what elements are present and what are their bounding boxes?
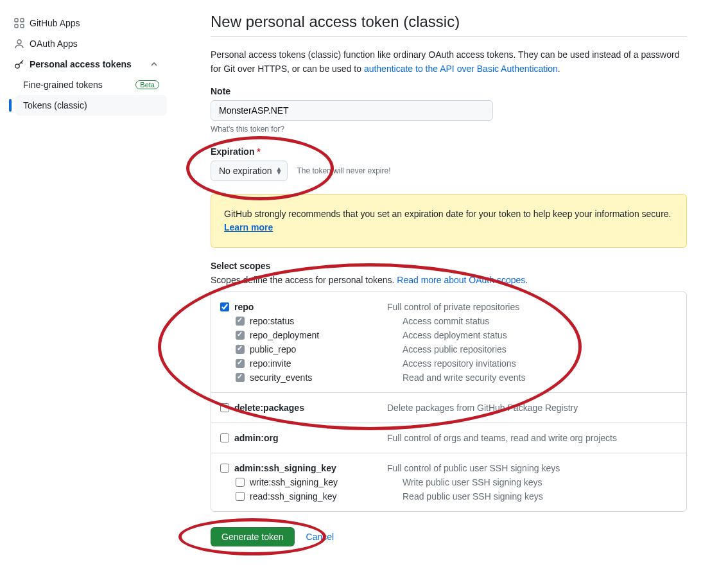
- checkbox-admin-ssh[interactable]: [220, 464, 229, 473]
- checkbox-read-ssh[interactable]: [236, 492, 245, 501]
- checkbox-delete-packages[interactable]: [220, 403, 229, 412]
- sidebar-item-label: GitHub Apps: [30, 18, 80, 28]
- sidebar-item-pat[interactable]: Personal access tokens: [6, 54, 167, 74]
- svg-rect-2: [15, 24, 18, 28]
- svg-point-4: [17, 40, 21, 44]
- oauth-scopes-link[interactable]: Read more about OAuth scopes: [397, 275, 525, 285]
- scope-box: repo Full control of private repositorie…: [211, 292, 687, 512]
- sidebar-subgroup: Fine-grained tokens Beta Tokens (classic…: [15, 74, 167, 116]
- checkbox-repo-status[interactable]: [236, 317, 245, 326]
- note-input[interactable]: [211, 100, 493, 121]
- checkbox-repo-invite[interactable]: [236, 359, 245, 368]
- sidebar-item-label: Tokens (classic): [23, 100, 87, 110]
- person-icon: [14, 39, 24, 49]
- note-hint: What's this token for?: [211, 125, 687, 134]
- svg-point-5: [15, 64, 19, 68]
- note-label: Note: [211, 86, 687, 96]
- svg-rect-1: [21, 19, 24, 22]
- sidebar-item-tokens-classic[interactable]: Tokens (classic): [15, 95, 167, 116]
- sidebar-item-label: Fine-grained tokens: [23, 80, 103, 90]
- scopes-title: Select scopes: [211, 261, 687, 271]
- expiration-label: Expiration *: [211, 146, 687, 157]
- sidebar-item-fine-grained[interactable]: Fine-grained tokens Beta: [15, 74, 167, 95]
- form-actions: Generate token Cancel: [211, 527, 687, 546]
- sidebar-item-label: OAuth Apps: [30, 39, 78, 49]
- checkbox-repo-deployment[interactable]: [236, 331, 245, 340]
- auth-api-link[interactable]: authenticate to the API over Basic Authe…: [364, 64, 558, 74]
- page-title: New personal access token (classic): [211, 13, 687, 37]
- intro-text: Personal access tokens (classic) functio…: [211, 48, 687, 76]
- checkbox-admin-org[interactable]: [220, 433, 229, 442]
- scopes-section: Select scopes Scopes define the access f…: [211, 261, 687, 512]
- key-icon: [14, 59, 24, 69]
- sidebar-item-github-apps[interactable]: GitHub Apps: [6, 13, 167, 33]
- expiration-section: Expiration * No expiration ▲▼ The token …: [211, 146, 687, 181]
- select-arrows-icon: ▲▼: [276, 167, 282, 175]
- main-content: New personal access token (classic) Pers…: [180, 13, 687, 546]
- scope-group-repo: repo Full control of private repositorie…: [211, 292, 686, 392]
- cancel-link[interactable]: Cancel: [306, 532, 334, 542]
- svg-rect-3: [21, 24, 24, 28]
- svg-rect-0: [15, 19, 18, 22]
- scope-group-admin-org: admin:orgFull control of orgs and teams,…: [211, 423, 686, 453]
- sidebar: GitHub Apps OAuth Apps Personal access t…: [6, 13, 180, 546]
- sidebar-item-oauth-apps[interactable]: OAuth Apps: [6, 33, 167, 54]
- checkbox-public-repo[interactable]: [236, 345, 245, 354]
- checkbox-write-ssh[interactable]: [236, 478, 245, 487]
- flash-section: GitHub strongly recommends that you set …: [211, 194, 687, 248]
- scope-group-ssh-signing: admin:ssh_signing_keyFull control of pub…: [211, 453, 686, 511]
- note-section: Note What's this token for?: [211, 86, 687, 134]
- generate-token-button[interactable]: Generate token: [211, 527, 295, 546]
- expiration-select[interactable]: No expiration ▲▼: [211, 161, 288, 181]
- sidebar-item-label: Personal access tokens: [30, 59, 132, 69]
- scope-group-delete-packages: delete:packagesDelete packages from GitH…: [211, 392, 686, 423]
- chevron-up-icon: [149, 59, 159, 69]
- checkbox-security-events[interactable]: [236, 373, 245, 382]
- beta-badge: Beta: [135, 80, 159, 89]
- expiration-warning: GitHub strongly recommends that you set …: [211, 194, 687, 248]
- scopes-intro: Scopes define the access for personal to…: [211, 275, 687, 285]
- apps-icon: [14, 18, 24, 28]
- checkbox-repo[interactable]: [220, 302, 229, 311]
- expiration-note: The token will never expire!: [297, 166, 390, 175]
- learn-more-link[interactable]: Learn more: [224, 222, 273, 232]
